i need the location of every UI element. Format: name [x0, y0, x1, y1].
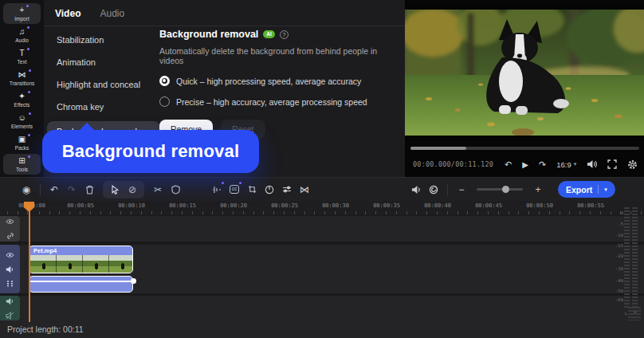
- notification-dot: [239, 182, 242, 184]
- volume-envelope-line[interactable]: [29, 281, 132, 282]
- marker-shield-icon[interactable]: [167, 181, 184, 198]
- redo-icon[interactable]: ↷: [63, 181, 80, 198]
- notification-dot: [29, 112, 31, 115]
- volume-icon[interactable]: [587, 159, 597, 169]
- mute-icon[interactable]: [6, 311, 14, 320]
- meter-bar-left: [624, 207, 630, 309]
- radio-precise[interactable]: Precise – high accuracy, average process…: [159, 96, 399, 107]
- tab-audio[interactable]: Audio: [100, 8, 124, 19]
- ruler-label: 00:00:15: [169, 202, 196, 209]
- panel-tabs: Video Audio: [44, 0, 405, 26]
- sidebar-item-import[interactable]: + Import: [3, 3, 41, 24]
- dog-video-still: [405, 5, 644, 140]
- sidebar-item-label: Text: [18, 59, 27, 65]
- aspect-ratio-dropdown[interactable]: 16:9▾: [556, 160, 576, 169]
- track-volume-icon[interactable]: [6, 265, 14, 273]
- meter-label: -50: [615, 289, 623, 293]
- clip-speed-icon[interactable]: [261, 181, 278, 198]
- preview-seekbar[interactable]: [410, 147, 639, 150]
- link-icon[interactable]: [6, 232, 14, 241]
- meter-label: -40: [615, 278, 623, 283]
- notification-dot: [222, 182, 224, 184]
- zoom-slider-knob[interactable]: [502, 186, 509, 193]
- meter-label: -5: [618, 222, 623, 226]
- chevron-down-icon: ▾: [574, 161, 577, 167]
- track-options-dots-icon[interactable]: [6, 279, 14, 288]
- color-swirl-icon[interactable]: [425, 181, 442, 198]
- timeline-zoom-slider[interactable]: [477, 188, 523, 191]
- jump-forward-icon[interactable]: ↷: [539, 159, 546, 170]
- sidebar-item-label: Elements: [11, 124, 33, 129]
- pointer-tool-icon[interactable]: [106, 181, 124, 198]
- sidebar-item-transitions[interactable]: ⋈ Transitions: [3, 68, 41, 88]
- notification-dot: [26, 5, 29, 7]
- effects-icon: ✦: [18, 92, 25, 101]
- zoom-out-icon[interactable]: −: [453, 181, 470, 198]
- export-button[interactable]: Export ▾: [558, 181, 615, 198]
- fullscreen-icon[interactable]: [607, 159, 617, 169]
- radio-selected-icon[interactable]: [159, 76, 170, 86]
- captions-icon[interactable]: cc: [226, 181, 243, 198]
- jump-back-icon[interactable]: ↶: [505, 159, 512, 170]
- list-item-highlight-and-conceal[interactable]: Highlight and conceal: [47, 77, 160, 92]
- divider: [40, 184, 41, 195]
- tab-video[interactable]: Video: [55, 8, 80, 19]
- sidebar-item-audio[interactable]: ♫ Audio: [3, 25, 41, 45]
- audio-track-lane[interactable]: [20, 296, 644, 320]
- overlay-track-lane[interactable]: [20, 216, 644, 242]
- eye-icon[interactable]: [6, 218, 14, 226]
- radio-quick[interactable]: Quick – high processing speed, average a…: [159, 76, 399, 86]
- list-item-animation[interactable]: Animation: [47, 54, 160, 70]
- ruler-label: 00:00:55: [577, 202, 604, 209]
- audio-icon: ♫: [19, 28, 26, 37]
- chevron-down-icon[interactable]: ▾: [604, 187, 607, 193]
- ai-badge: AI: [263, 30, 275, 39]
- meter-label: -30: [615, 266, 623, 271]
- timeline-volume-icon[interactable]: [407, 181, 425, 198]
- sidebar-item-effects[interactable]: ✦ Effects: [3, 89, 41, 110]
- preview-settings-gear-icon[interactable]: [627, 159, 638, 170]
- divider: [598, 185, 599, 194]
- background-removal-panel: Background removal AI ? Automatically de…: [159, 29, 399, 139]
- list-item-stabilization[interactable]: Stabilization: [47, 32, 160, 48]
- sidebar-item-elements[interactable]: ☺ Elements: [3, 111, 41, 132]
- help-icon[interactable]: ?: [280, 30, 289, 39]
- play-button[interactable]: ▶: [522, 160, 528, 169]
- meter-label: -20: [615, 254, 623, 258]
- radio-unselected-icon[interactable]: [159, 96, 170, 107]
- ruler-label: 00:00:50: [526, 202, 553, 209]
- background-removal-tooltip: Background removal: [42, 130, 259, 173]
- notification-dot: [28, 134, 30, 136]
- overlay-track-header: [0, 216, 20, 242]
- edit-tools-group: ⊘: [103, 181, 144, 198]
- volume-envelope-handle[interactable]: [131, 278, 136, 284]
- slip-tool-icon[interactable]: ⊘: [124, 181, 141, 198]
- sidebar-item-tools[interactable]: ⊞ Tools: [3, 154, 41, 175]
- video-frame: [405, 5, 644, 140]
- delete-icon[interactable]: [80, 181, 98, 198]
- ruler-label: 00:00:45: [475, 202, 502, 209]
- clip-pet-mp4[interactable]: Pet.mp4: [29, 246, 133, 273]
- track-volume-icon[interactable]: [6, 297, 14, 305]
- record-button-icon[interactable]: ◉: [18, 181, 35, 198]
- adjustments-sliders-icon[interactable]: [278, 181, 296, 198]
- eye-icon[interactable]: [6, 250, 14, 259]
- sidebar-item-text[interactable]: T Text: [3, 46, 41, 67]
- sidebar-item-packs[interactable]: ▣ Packs: [3, 132, 41, 153]
- audio-waveform-icon[interactable]: [208, 181, 226, 198]
- video-track-header: [0, 245, 20, 293]
- meter-bar-right: [632, 207, 638, 309]
- cut-scissors-icon[interactable]: ✂: [149, 181, 167, 198]
- transition-wizard-icon[interactable]: ⋈: [296, 181, 313, 198]
- meter-label: -15: [615, 243, 623, 248]
- clip-pet-mp4-audio[interactable]: [29, 276, 133, 293]
- list-item-chroma-key[interactable]: Chroma key: [47, 99, 160, 115]
- zoom-in-icon[interactable]: +: [529, 181, 547, 198]
- panel-title: Background removal: [159, 29, 258, 40]
- meter-channel-label: L: [625, 311, 627, 316]
- sidebar-item-label: Transitions: [10, 81, 35, 86]
- timeline-ruler[interactable]: 00:00:00 00:00:05 00:00:10 00:00:15 00:0…: [0, 201, 644, 215]
- divider: [447, 184, 448, 195]
- undo-icon[interactable]: ↶: [45, 181, 63, 198]
- crop-icon[interactable]: [243, 181, 261, 198]
